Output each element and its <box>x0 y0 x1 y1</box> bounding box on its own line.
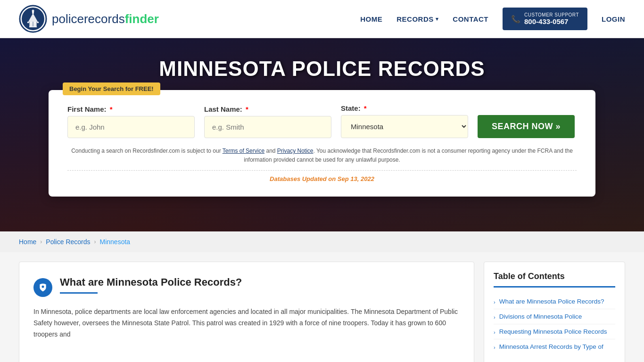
logo[interactable]: policerecordsfinder <box>19 5 159 33</box>
svg-point-6 <box>32 10 34 12</box>
terms-of-service-link[interactable]: Terms of Service <box>223 148 264 154</box>
separator-icon: › <box>40 239 42 245</box>
main-content: What are Minnesota Police Records? In Mi… <box>0 252 644 362</box>
support-text: CUSTOMER SUPPORT 800-433-0567 <box>524 12 579 25</box>
toc-item-label-3: Minnesota Arrest Records by Type of <box>499 343 603 350</box>
logo-finder: finder <box>125 12 159 26</box>
shield-icon <box>33 278 52 297</box>
section-text: In Minnesota, police departments are loc… <box>33 306 460 340</box>
toc-item-2[interactable]: ›Requesting Minnesota Police Records <box>494 324 615 339</box>
svg-rect-8 <box>33 22 33 26</box>
site-header: policerecordsfinder HOME RECORDS ▾ CONTA… <box>0 0 644 38</box>
section-title: What are Minnesota Police Records? <box>60 276 242 288</box>
toc-item-1[interactable]: ›Divisions of Minnesota Police <box>494 309 615 324</box>
search-button[interactable]: SEARCH NOW » <box>478 115 575 138</box>
support-number: 800-433-0567 <box>524 17 579 25</box>
toc-item-label-1: Divisions of Minnesota Police <box>499 313 582 320</box>
content-area: What are Minnesota Police Records? In Mi… <box>19 262 474 362</box>
logo-police: policerecords <box>52 12 125 26</box>
nav-home[interactable]: HOME <box>360 15 382 23</box>
chevron-down-icon: ▾ <box>436 16 439 22</box>
last-name-required: * <box>246 105 248 113</box>
state-select[interactable]: Minnesota Alabama Alaska Arizona <box>341 115 468 138</box>
nav-records[interactable]: RECORDS ▾ <box>396 15 438 23</box>
toc-item-0[interactable]: ›What are Minnesota Police Records? <box>494 294 615 309</box>
toc-chevron-3: › <box>494 345 495 350</box>
svg-point-10 <box>42 286 44 288</box>
nav-contact[interactable]: CONTACT <box>453 15 488 23</box>
disclaimer: Conducting a search on Recordsfinder.com… <box>67 147 577 165</box>
state-required: * <box>364 104 367 112</box>
section-title-block: What are Minnesota Police Records? <box>60 276 242 294</box>
logo-text: policerecordsfinder <box>52 12 159 26</box>
last-name-label: Last Name: * <box>204 105 331 113</box>
first-name-field-group: First Name: * <box>67 105 195 138</box>
privacy-notice-link[interactable]: Privacy Notice <box>277 148 314 154</box>
toc-item-label-0: What are Minnesota Police Records? <box>499 298 604 305</box>
first-name-required: * <box>110 105 113 113</box>
svg-rect-9 <box>36 22 37 26</box>
db-updated: Databases Updated on Sep 13, 2022 <box>67 170 577 182</box>
search-fields: First Name: * Last Name: * State: * Mi <box>67 104 577 138</box>
last-name-input[interactable] <box>204 116 331 138</box>
first-name-input[interactable] <box>67 116 195 138</box>
toc-item-3[interactable]: ›Minnesota Arrest Records by Type of <box>494 339 615 354</box>
toc-title: Table of Contents <box>494 272 615 288</box>
toc-item-label-2: Requesting Minnesota Police Records <box>499 328 607 335</box>
support-label: CUSTOMER SUPPORT <box>524 12 579 17</box>
sidebar: Table of Contents ›What are Minnesota Po… <box>484 262 625 362</box>
nav-login[interactable]: LOGIN <box>602 15 625 23</box>
separator-icon-2: › <box>94 239 96 245</box>
title-underline <box>60 292 98 294</box>
main-nav: HOME RECORDS ▾ CONTACT 📞 CUSTOMER SUPPOR… <box>360 8 625 30</box>
db-updated-label: Databases Updated on <box>270 175 336 182</box>
breadcrumb-police-records[interactable]: Police Records <box>46 238 90 246</box>
shield-svg <box>38 283 48 292</box>
last-name-field-group: Last Name: * <box>204 105 331 138</box>
toc-chevron-0: › <box>494 299 495 305</box>
logo-icon <box>19 5 47 33</box>
breadcrumb-current: Minnesota <box>100 238 131 246</box>
toc-list: ›What are Minnesota Police Records?›Divi… <box>494 294 615 354</box>
state-field-group: State: * Minnesota Alabama Alaska Arizon… <box>341 104 468 138</box>
section-header: What are Minnesota Police Records? <box>33 276 460 297</box>
toc-chevron-2: › <box>494 329 495 335</box>
toc-chevron-1: › <box>494 314 495 320</box>
hero-section: MINNESOTA POLICE RECORDS Begin Your Sear… <box>0 38 644 231</box>
phone-icon: 📞 <box>511 15 520 24</box>
svg-rect-7 <box>29 22 30 26</box>
customer-support[interactable]: 📞 CUSTOMER SUPPORT 800-433-0567 <box>503 8 587 30</box>
search-container: Begin Your Search for FREE! First Name: … <box>49 90 595 197</box>
db-updated-date: Sep 13, 2022 <box>338 175 374 182</box>
free-badge: Begin Your Search for FREE! <box>63 82 160 95</box>
breadcrumb-home[interactable]: Home <box>19 238 36 246</box>
state-label: State: * <box>341 104 468 112</box>
first-name-label: First Name: * <box>67 105 195 113</box>
hero-title: MINNESOTA POLICE RECORDS <box>159 57 485 81</box>
breadcrumb: Home › Police Records › Minnesota <box>0 231 644 252</box>
